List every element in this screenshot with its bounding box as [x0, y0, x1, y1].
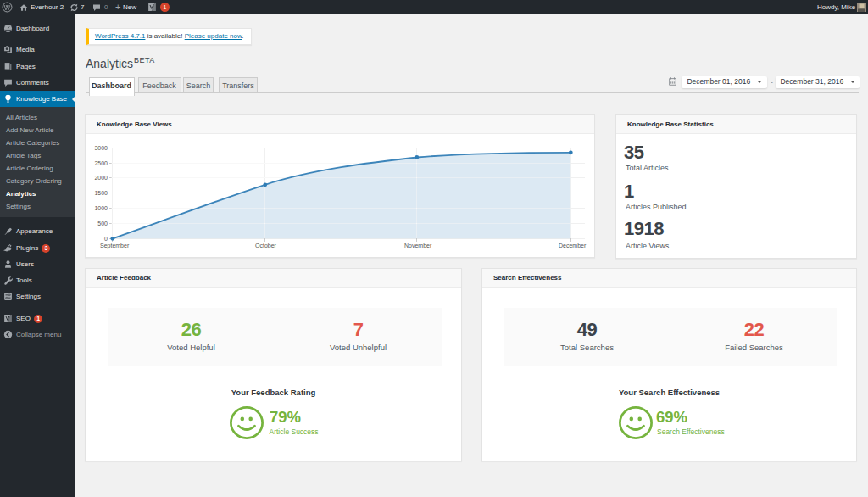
svg-text:2000: 2000 [94, 175, 108, 181]
svg-text:0: 0 [104, 236, 108, 242]
svg-text:1500: 1500 [94, 190, 108, 196]
svg-text:3000: 3000 [94, 145, 108, 151]
svg-text:1000: 1000 [94, 205, 108, 211]
svg-text:2500: 2500 [94, 160, 108, 166]
svg-text:500: 500 [97, 221, 108, 226]
